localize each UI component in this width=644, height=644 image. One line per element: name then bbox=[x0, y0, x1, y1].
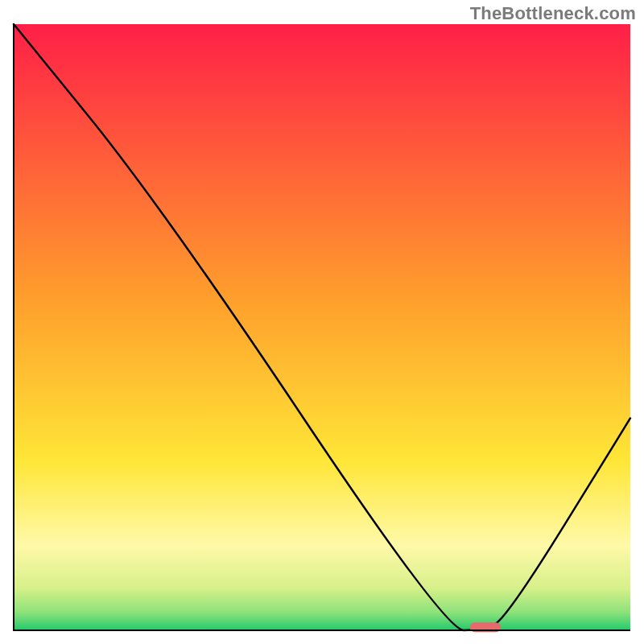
watermark-text: TheBottleneck.com bbox=[470, 3, 636, 24]
gradient-background bbox=[14, 24, 630, 630]
bottleneck-chart bbox=[0, 0, 644, 644]
chart-container: TheBottleneck.com bbox=[0, 0, 644, 644]
